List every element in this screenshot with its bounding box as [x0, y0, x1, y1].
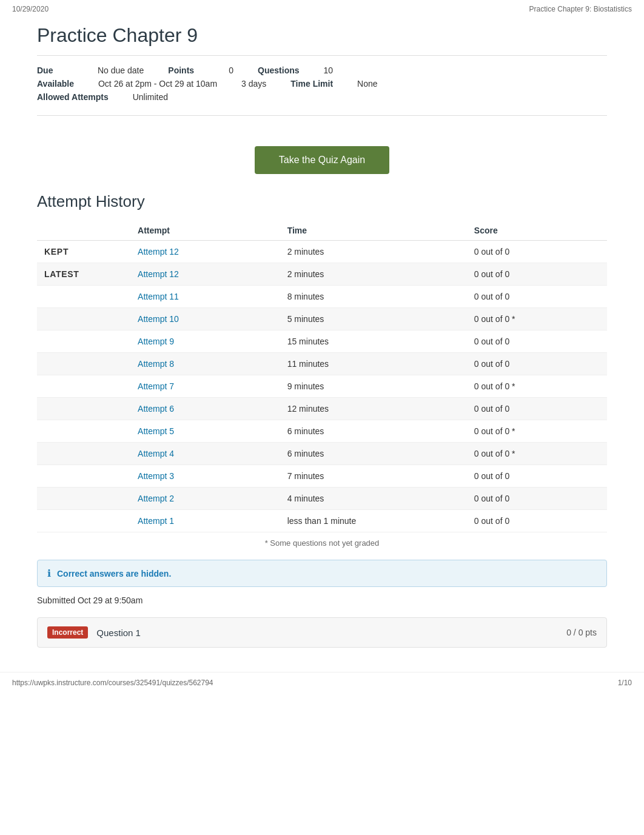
footer-page: 1/10 — [618, 679, 632, 687]
attempt-badge — [37, 286, 130, 308]
attempt-link-cell[interactable]: Attempt 12 — [130, 241, 280, 263]
attempt-link[interactable]: Attempt 5 — [138, 426, 174, 436]
table-row: Attempt 56 minutes0 out of 0 * — [37, 420, 607, 443]
allowed-value: Unlimited — [133, 92, 168, 102]
table-row: Attempt 24 minutes0 out of 0 — [37, 488, 607, 510]
attempt-link[interactable]: Attempt 6 — [138, 404, 174, 414]
attempt-time: 15 minutes — [280, 330, 467, 353]
attempt-link-cell[interactable]: Attempt 9 — [130, 330, 280, 353]
available-label: Available — [37, 79, 74, 89]
table-row: Attempt 37 minutes0 out of 0 — [37, 465, 607, 488]
due-value: No due date — [98, 65, 144, 75]
points-label: Points — [168, 65, 204, 75]
meta-row-2: Available Oct 26 at 2pm - Oct 29 at 10am… — [37, 79, 607, 89]
timelimit-value: None — [357, 79, 377, 89]
col-header-badge — [37, 221, 130, 241]
question-label: Question 1 — [96, 628, 558, 638]
attempt-link-cell[interactable]: Attempt 12 — [130, 263, 280, 286]
attempt-link-cell[interactable]: Attempt 7 — [130, 375, 280, 398]
table-row: Attempt 612 minutes0 out of 0 — [37, 398, 607, 420]
attempt-link[interactable]: Attempt 8 — [138, 359, 174, 369]
attempt-time: 6 minutes — [280, 420, 467, 443]
attempt-link[interactable]: Attempt 4 — [138, 449, 174, 458]
attempt-score: 0 out of 0 * — [467, 375, 607, 398]
attempt-score: 0 out of 0 * — [467, 443, 607, 465]
attempt-link-cell[interactable]: Attempt 5 — [130, 420, 280, 443]
correct-answers-banner: ℹ Correct answers are hidden. — [37, 560, 607, 587]
question-score: 0 / 0 pts — [566, 628, 597, 637]
attempt-link-cell[interactable]: Attempt 3 — [130, 465, 280, 488]
attempt-score: 0 out of 0 * — [467, 308, 607, 330]
attempt-badge — [37, 330, 130, 353]
bottom-bar: https://uwpks.instructure.com/courses/32… — [0, 672, 644, 693]
attempt-score: 0 out of 0 — [467, 263, 607, 286]
top-date: 10/29/2020 — [12, 5, 49, 13]
attempt-link-cell[interactable]: Attempt 6 — [130, 398, 280, 420]
attempt-link[interactable]: Attempt 9 — [138, 337, 174, 346]
points-value: 0 — [229, 65, 233, 75]
attempt-link[interactable]: Attempt 12 — [138, 247, 179, 257]
table-row: Attempt 79 minutes0 out of 0 * — [37, 375, 607, 398]
table-row: Attempt 1less than 1 minute0 out of 0 — [37, 510, 607, 532]
attempt-table: Attempt Time Score KEPTAttempt 122 minut… — [37, 221, 607, 532]
attempt-link-cell[interactable]: Attempt 4 — [130, 443, 280, 465]
attempt-score: 0 out of 0 — [467, 241, 607, 263]
table-row: Attempt 105 minutes0 out of 0 * — [37, 308, 607, 330]
question-row: Incorrect Question 1 0 / 0 pts — [37, 617, 607, 648]
attempt-time: 8 minutes — [280, 286, 467, 308]
attempt-link-cell[interactable]: Attempt 11 — [130, 286, 280, 308]
attempt-badge — [37, 353, 130, 375]
attempt-link[interactable]: Attempt 3 — [138, 471, 174, 481]
table-row: LATESTAttempt 122 minutes0 out of 0 — [37, 263, 607, 286]
allowed-label: Allowed Attempts — [37, 92, 109, 102]
attempt-score: 0 out of 0 — [467, 488, 607, 510]
attempt-badge — [37, 420, 130, 443]
banner-text: Correct answers are hidden. — [57, 569, 171, 578]
attempt-badge — [37, 398, 130, 420]
table-footnote: * Some questions not yet graded — [37, 538, 607, 548]
attempt-badge — [37, 375, 130, 398]
attempt-time: 6 minutes — [280, 443, 467, 465]
attempt-link-cell[interactable]: Attempt 1 — [130, 510, 280, 532]
attempt-time: 7 minutes — [280, 465, 467, 488]
take-quiz-button[interactable]: Take the Quiz Again — [255, 146, 389, 174]
meta-row-3: Allowed Attempts Unlimited — [37, 92, 607, 102]
questions-value: 10 — [324, 65, 334, 75]
attempt-score: 0 out of 0 — [467, 398, 607, 420]
attempt-time: 11 minutes — [280, 353, 467, 375]
table-row: Attempt 118 minutes0 out of 0 — [37, 286, 607, 308]
attempt-score: 0 out of 0 — [467, 465, 607, 488]
attempt-badge — [37, 488, 130, 510]
col-header-score: Score — [467, 221, 607, 241]
attempt-link[interactable]: Attempt 7 — [138, 381, 174, 391]
attempt-link[interactable]: Attempt 10 — [138, 314, 179, 324]
available-value: Oct 26 at 2pm - Oct 29 at 10am — [98, 79, 217, 89]
attempt-link[interactable]: Attempt 11 — [138, 292, 179, 301]
attempt-link[interactable]: Attempt 12 — [138, 269, 179, 279]
attempt-time: 5 minutes — [280, 308, 467, 330]
attempt-link-cell[interactable]: Attempt 2 — [130, 488, 280, 510]
attempt-time: 9 minutes — [280, 375, 467, 398]
attempt-score: 0 out of 0 * — [467, 420, 607, 443]
col-header-attempt: Attempt — [130, 221, 280, 241]
table-row: Attempt 811 minutes0 out of 0 — [37, 353, 607, 375]
attempt-badge: KEPT — [37, 241, 130, 263]
attempt-score: 0 out of 0 — [467, 353, 607, 375]
due-label: Due — [37, 65, 73, 75]
attempt-link-cell[interactable]: Attempt 8 — [130, 353, 280, 375]
questions-label: Questions — [258, 65, 299, 75]
attempt-history-section: Attempt History Attempt Time Score KEPTA… — [37, 192, 607, 548]
attempt-time: 12 minutes — [280, 398, 467, 420]
attempt-time: less than 1 minute — [280, 510, 467, 532]
timelimit-label: Time Limit — [290, 79, 333, 89]
attempt-time: 4 minutes — [280, 488, 467, 510]
table-row: Attempt 46 minutes0 out of 0 * — [37, 443, 607, 465]
quiz-button-area: Take the Quiz Again — [37, 128, 607, 192]
attempt-badge — [37, 308, 130, 330]
attempt-link-cell[interactable]: Attempt 10 — [130, 308, 280, 330]
attempt-link[interactable]: Attempt 2 — [138, 494, 174, 503]
attempt-link[interactable]: Attempt 1 — [138, 516, 174, 526]
attempt-badge: LATEST — [37, 263, 130, 286]
attempt-badge — [37, 465, 130, 488]
attempt-badge — [37, 510, 130, 532]
